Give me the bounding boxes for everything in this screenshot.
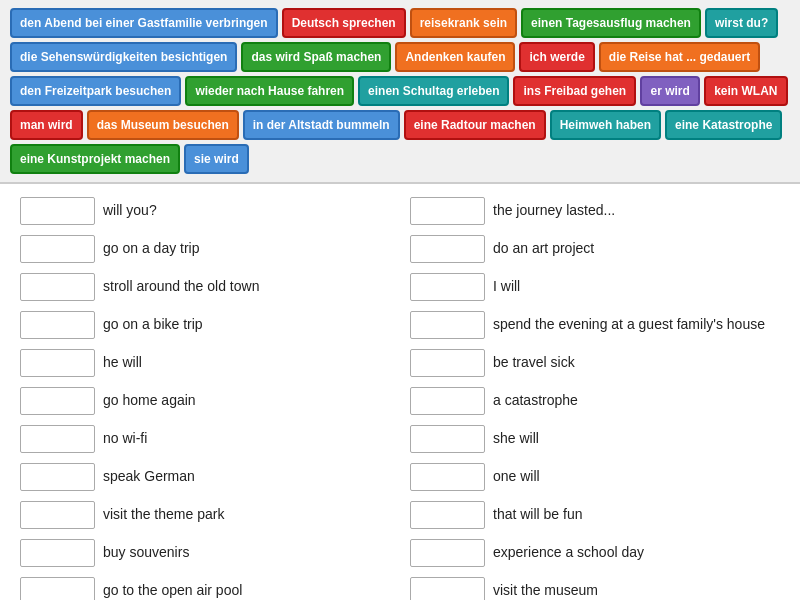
word-tile-t10[interactable]: die Reise hat ... gedauert: [599, 42, 760, 72]
match-label: no wi-fi: [103, 429, 147, 449]
match-row: do an art project: [410, 232, 780, 266]
answer-input-l11[interactable]: [20, 577, 95, 600]
answer-input-r10[interactable]: [410, 539, 485, 567]
match-container: will you?go on a day tripstroll around t…: [0, 184, 800, 600]
answer-input-r5[interactable]: [410, 349, 485, 377]
answer-input-r8[interactable]: [410, 463, 485, 491]
answer-input-l3[interactable]: [20, 273, 95, 301]
match-label: he will: [103, 353, 142, 373]
answer-input-r3[interactable]: [410, 273, 485, 301]
word-tile-t5[interactable]: wirst du?: [705, 8, 778, 38]
match-row: stroll around the old town: [20, 270, 390, 304]
match-row: the journey lasted...: [410, 194, 780, 228]
match-label: be travel sick: [493, 353, 575, 373]
match-row: go home again: [20, 384, 390, 418]
word-tile-t12[interactable]: wieder nach Hause fahren: [185, 76, 354, 106]
left-column: will you?go on a day tripstroll around t…: [20, 194, 390, 600]
answer-input-l7[interactable]: [20, 425, 95, 453]
match-label: I will: [493, 277, 520, 297]
answer-input-r9[interactable]: [410, 501, 485, 529]
match-row: will you?: [20, 194, 390, 228]
match-label: she will: [493, 429, 539, 449]
match-label: stroll around the old town: [103, 277, 259, 297]
match-label: go home again: [103, 391, 196, 411]
word-tile-t23[interactable]: eine Kunstprojekt machen: [10, 144, 180, 174]
match-row: buy souvenirs: [20, 536, 390, 570]
match-row: speak German: [20, 460, 390, 494]
word-tile-t3[interactable]: reisekrank sein: [410, 8, 517, 38]
match-row: be travel sick: [410, 346, 780, 380]
word-tile-t7[interactable]: das wird Spaß machen: [241, 42, 391, 72]
answer-input-l6[interactable]: [20, 387, 95, 415]
match-row: a catastrophe: [410, 384, 780, 418]
word-tile-t19[interactable]: in der Altstadt bummeln: [243, 110, 400, 140]
answer-input-r4[interactable]: [410, 311, 485, 339]
match-row: I will: [410, 270, 780, 304]
match-row: go to the open air pool: [20, 574, 390, 600]
word-tile-t20[interactable]: eine Radtour machen: [404, 110, 546, 140]
answer-input-l8[interactable]: [20, 463, 95, 491]
match-row: visit the theme park: [20, 498, 390, 532]
word-tile-t17[interactable]: man wird: [10, 110, 83, 140]
answer-input-l1[interactable]: [20, 197, 95, 225]
match-label: buy souvenirs: [103, 543, 189, 563]
match-label: speak German: [103, 467, 195, 487]
answer-input-l9[interactable]: [20, 501, 95, 529]
right-column: the journey lasted...do an art projectI …: [410, 194, 780, 600]
answer-input-l4[interactable]: [20, 311, 95, 339]
word-tile-t11[interactable]: den Freizeitpark besuchen: [10, 76, 181, 106]
match-label: the journey lasted...: [493, 201, 615, 221]
word-tile-t22[interactable]: eine Katastrophe: [665, 110, 782, 140]
match-label: go on a bike trip: [103, 315, 203, 335]
match-label: go on a day trip: [103, 239, 200, 259]
match-label: will you?: [103, 201, 157, 221]
word-tile-t2[interactable]: Deutsch sprechen: [282, 8, 406, 38]
word-tile-t24[interactable]: sie wird: [184, 144, 249, 174]
answer-input-l10[interactable]: [20, 539, 95, 567]
match-row: no wi-fi: [20, 422, 390, 456]
match-label: spend the evening at a guest family's ho…: [493, 315, 765, 335]
word-tile-t13[interactable]: einen Schultag erleben: [358, 76, 509, 106]
answer-input-r2[interactable]: [410, 235, 485, 263]
answer-input-r6[interactable]: [410, 387, 485, 415]
match-row: go on a bike trip: [20, 308, 390, 342]
match-label: experience a school day: [493, 543, 644, 563]
answer-input-r1[interactable]: [410, 197, 485, 225]
answer-input-r11[interactable]: [410, 577, 485, 600]
match-row: spend the evening at a guest family's ho…: [410, 308, 780, 342]
match-label: visit the theme park: [103, 505, 224, 525]
match-row: go on a day trip: [20, 232, 390, 266]
match-row: she will: [410, 422, 780, 456]
match-label: one will: [493, 467, 540, 487]
answer-input-l5[interactable]: [20, 349, 95, 377]
match-label: go to the open air pool: [103, 581, 242, 600]
word-tile-t9[interactable]: ich werde: [519, 42, 594, 72]
word-tile-t15[interactable]: er wird: [640, 76, 700, 106]
match-label: do an art project: [493, 239, 594, 259]
match-row: one will: [410, 460, 780, 494]
match-label: a catastrophe: [493, 391, 578, 411]
word-bank: den Abend bei einer Gastfamilie verbring…: [0, 0, 800, 184]
match-row: that will be fun: [410, 498, 780, 532]
word-tile-t14[interactable]: ins Freibad gehen: [513, 76, 636, 106]
match-label: visit the museum: [493, 581, 598, 600]
word-tile-t4[interactable]: einen Tagesausflug machen: [521, 8, 701, 38]
match-row: experience a school day: [410, 536, 780, 570]
match-label: that will be fun: [493, 505, 583, 525]
answer-input-l2[interactable]: [20, 235, 95, 263]
word-tile-t1[interactable]: den Abend bei einer Gastfamilie verbring…: [10, 8, 278, 38]
answer-input-r7[interactable]: [410, 425, 485, 453]
word-tile-t21[interactable]: Heimweh haben: [550, 110, 661, 140]
word-tile-t18[interactable]: das Museum besuchen: [87, 110, 239, 140]
word-tile-t8[interactable]: Andenken kaufen: [395, 42, 515, 72]
match-row: visit the museum: [410, 574, 780, 600]
match-row: he will: [20, 346, 390, 380]
word-tile-t16[interactable]: kein WLAN: [704, 76, 787, 106]
word-tile-t6[interactable]: die Sehenswürdigkeiten besichtigen: [10, 42, 237, 72]
